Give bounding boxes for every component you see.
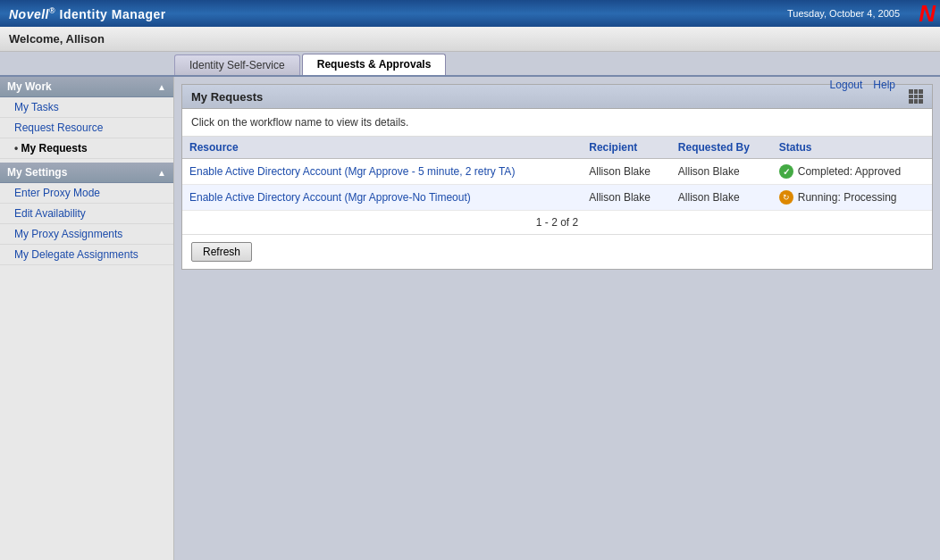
cell-resource: Enable Active Directory Account (Mgr App… (182, 185, 582, 211)
requests-table-body: Enable Active Directory Account (Mgr App… (182, 159, 932, 211)
sidebar-item-my-delegate-assignments[interactable]: My Delegate Assignments (0, 245, 173, 265)
sidebar: My Work ▲ My Tasks Request Resource My R… (0, 77, 174, 560)
top-links: Logout Help (830, 79, 895, 91)
cell-status: ↻Running: Processing (772, 185, 932, 211)
app-logo: Novell® Identity Manager (9, 6, 166, 21)
status-completed-icon: ✓ (779, 164, 793, 179)
cell-resource: Enable Active Directory Account (Mgr App… (182, 159, 582, 185)
refresh-area: Refresh (182, 235, 932, 269)
logo-novell: Novell (9, 6, 49, 21)
sidebar-work-arrow: ▲ (157, 82, 166, 92)
requests-panel-title: My Requests (191, 90, 263, 104)
refresh-button[interactable]: Refresh (191, 242, 252, 262)
pagination: 1 - 2 of 2 (182, 211, 932, 235)
status-text: Running: Processing (798, 191, 897, 204)
cell-recipient: Allison Blake (582, 185, 671, 211)
sidebar-section-work-label: My Work (7, 80, 52, 93)
requests-panel-header: My Requests (182, 85, 932, 109)
col-recipient[interactable]: Recipient (582, 137, 671, 159)
table-header-row: Resource Recipient Requested By Status (182, 137, 932, 159)
logout-link[interactable]: Logout (830, 79, 863, 91)
sidebar-item-edit-availability[interactable]: Edit Availability (0, 204, 173, 224)
tab-identity-self-service[interactable]: Identity Self-Service (174, 54, 300, 75)
logo-rest: Identity Manager (55, 6, 166, 21)
sidebar-section-work: My Work ▲ (0, 77, 173, 97)
novell-n-logo: N (919, 2, 936, 25)
requests-table: Resource Recipient Requested By Status E… (182, 137, 932, 211)
sidebar-item-my-proxy-assignments[interactable]: My Proxy Assignments (0, 224, 173, 245)
requests-hint: Click on the workflow name to view its d… (182, 109, 932, 137)
sidebar-item-my-tasks[interactable]: My Tasks (0, 97, 173, 118)
cell-requested-by: Allison Blake (671, 159, 772, 185)
welcome-message: Welcome, Allison (9, 32, 105, 46)
cell-recipient: Allison Blake (582, 159, 671, 185)
status-running-icon: ↻ (779, 190, 793, 205)
col-resource[interactable]: Resource (182, 137, 582, 159)
grid-view-icon[interactable] (909, 89, 923, 104)
requests-panel: My Requests Click on the workflow name t… (181, 84, 933, 270)
tab-requests-approvals[interactable]: Requests & Approvals (302, 54, 447, 75)
table-row: Enable Active Directory Account (Mgr App… (182, 159, 932, 185)
main-layout: My Work ▲ My Tasks Request Resource My R… (0, 77, 940, 560)
table-row: Enable Active Directory Account (Mgr App… (182, 185, 932, 211)
col-status[interactable]: Status (772, 137, 932, 159)
sidebar-item-request-resource[interactable]: Request Resource (0, 118, 173, 138)
sidebar-item-my-requests[interactable]: My Requests (0, 138, 173, 159)
sidebar-section-settings-label: My Settings (7, 166, 67, 179)
resource-link[interactable]: Enable Active Directory Account (Mgr App… (189, 165, 515, 178)
help-link[interactable]: Help (873, 79, 895, 91)
cell-status: ✓Completed: Approved (772, 159, 932, 185)
resource-link[interactable]: Enable Active Directory Account (Mgr App… (189, 191, 471, 204)
header-bar: Novell® Identity Manager Tuesday, Octobe… (0, 0, 940, 27)
main-content: My Requests Click on the workflow name t… (174, 77, 940, 560)
status-text: Completed: Approved (798, 165, 901, 178)
sidebar-settings-arrow: ▲ (157, 168, 166, 178)
sidebar-item-enter-proxy-mode[interactable]: Enter Proxy Mode (0, 183, 173, 204)
header-date: Tuesday, October 4, 2005 (787, 8, 900, 19)
cell-requested-by: Allison Blake (671, 185, 772, 211)
col-requested-by[interactable]: Requested By (671, 137, 772, 159)
sidebar-section-settings: My Settings ▲ (0, 163, 173, 183)
